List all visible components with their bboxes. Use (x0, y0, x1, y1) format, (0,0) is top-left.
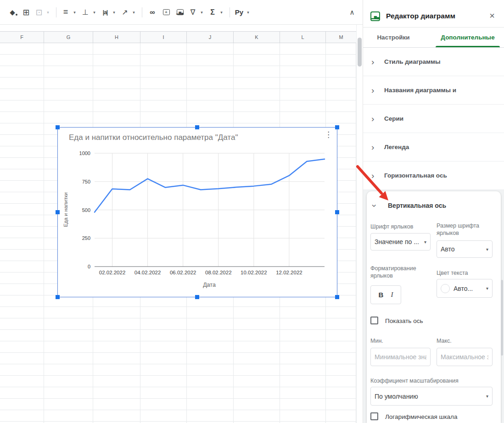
column-headers: F G H I J K L M (0, 31, 356, 43)
insert-chart-button[interactable]: ▂▆▄ (174, 6, 185, 19)
y-tick-label: 1000 (79, 150, 90, 156)
column-header-k[interactable]: K (234, 32, 280, 43)
x-tick-label: 06.02.2022 (170, 270, 196, 275)
section-vertical-axis-expanded: › Вертикальная ось Шрифт ярлыков Значени… (367, 191, 501, 423)
merge-cells-caret[interactable]: ▾ (45, 6, 51, 19)
horizontal-align-icon: ≡ (63, 7, 68, 17)
scale-factor-select[interactable]: По умолчанию ▾ (370, 387, 493, 406)
scrollbar-thumb[interactable] (358, 38, 362, 67)
caret-down-icon: ▾ (486, 286, 488, 291)
italic-button[interactable]: I (391, 291, 393, 299)
fill-color-button[interactable]: ◆ (7, 6, 18, 19)
toolbar: ◆ ⊞ ⊡ ▾ ≡ ▾ ⊥ ▾ | (0, 0, 363, 25)
vertical-align-button[interactable]: ⊥ (80, 6, 91, 19)
column-header-g[interactable]: G (44, 32, 93, 43)
text-rotation-icon: ↗ (122, 8, 128, 17)
section-series[interactable]: › Серии (363, 105, 504, 133)
section-chart-axis-titles[interactable]: › Названия диаграммы и (363, 76, 504, 105)
chart-editor-icon: ▂▆▄ (370, 11, 380, 21)
data-series-line (95, 159, 325, 212)
caret-down-icon: ▾ (73, 10, 76, 15)
label-font-size-select[interactable]: Авто ▾ (437, 240, 493, 258)
show-axis-label: Показать ось (385, 317, 423, 324)
panel-header: ▂▆▄ Редактор диаграмм × (363, 0, 504, 28)
chevron-right-icon: › (371, 114, 380, 123)
chevron-up-icon: ∧ (350, 8, 355, 17)
y-axis-title: Еда и напитки (63, 182, 68, 237)
bold-button[interactable]: B (379, 291, 384, 299)
section-chart-style[interactable]: › Стиль диаграммы (363, 48, 504, 76)
label-font-select[interactable]: Значение по ... ▾ (370, 233, 431, 250)
x-tick-label: 10.02.2022 (241, 270, 267, 275)
text-color-select[interactable]: Авто... ▾ (437, 279, 493, 298)
horizontal-align-button[interactable]: ≡ (60, 6, 71, 19)
merge-cells-button[interactable]: ⊡ (34, 6, 45, 19)
caret-down-icon: ▾ (201, 10, 203, 15)
hide-toolbar-button[interactable]: ∧ (346, 6, 358, 19)
input-tools-label: Ру (235, 8, 243, 16)
column-header-i[interactable]: I (140, 32, 187, 43)
panel-scrollbar-thumb[interactable] (501, 280, 503, 356)
caret-down-icon: ▾ (486, 394, 488, 399)
section-legend[interactable]: › Легенда (363, 133, 504, 161)
sheet-vertical-scrollbar[interactable] (356, 25, 363, 423)
merge-cells-icon: ⊡ (35, 7, 42, 17)
caret-down-icon: ▾ (113, 10, 115, 15)
close-panel-button[interactable]: × (487, 10, 498, 21)
caret-down-icon: ▾ (47, 10, 49, 15)
create-filter-caret[interactable]: ▾ (199, 6, 205, 19)
tab-customize[interactable]: Дополнительные (436, 28, 500, 47)
close-icon: × (489, 11, 495, 21)
caret-down-icon: ▾ (424, 239, 426, 245)
scale-factor-label: Коэффициент масштабирования (370, 377, 494, 384)
grid-line (44, 43, 44, 423)
tab-settings[interactable]: Настройки (371, 28, 415, 47)
panel-title: Редактор диаграмм (386, 12, 455, 20)
insert-link-button[interactable]: ∞ (147, 6, 158, 19)
text-color-label: Цвет текста (437, 269, 493, 277)
section-horizontal-axis[interactable]: › Горизонтальная ось (363, 161, 504, 190)
caret-down-icon: ▾ (247, 10, 249, 15)
toolbar-divider (142, 7, 142, 17)
chevron-right-icon: › (371, 143, 380, 151)
insert-comment-icon: + (163, 9, 170, 15)
column-header-j[interactable]: J (187, 32, 234, 43)
x-tick-label: 12.02.2022 (276, 270, 302, 275)
caret-down-icon: ▾ (93, 10, 95, 15)
column-header-l[interactable]: L (280, 32, 326, 43)
y-tick-label: 250 (82, 235, 90, 241)
column-header-h[interactable]: H (93, 32, 140, 43)
text-wrap-button[interactable]: |a| (100, 6, 111, 19)
functions-caret[interactable]: ▾ (218, 6, 224, 19)
functions-button[interactable]: Σ (207, 6, 218, 19)
accordion-sections: › Стиль диаграммы › Названия диаграммы и… (363, 48, 504, 190)
borders-button[interactable]: ⊞ (21, 6, 32, 19)
vertical-align-caret[interactable]: ▾ (91, 6, 97, 19)
label-format-label: Форматирование ярлыков (370, 265, 430, 279)
color-swatch (441, 284, 450, 293)
input-tools-button[interactable]: Ру (234, 6, 245, 19)
toolbar-divider (230, 7, 230, 17)
horizontal-align-caret[interactable]: ▾ (72, 6, 78, 19)
min-input[interactable] (370, 348, 431, 366)
x-tick-label: 02.02.2022 (99, 270, 126, 275)
text-rotation-button[interactable]: ↗ (119, 6, 130, 19)
toolbar-divider (56, 7, 56, 17)
max-input[interactable] (437, 348, 493, 366)
log-scale-checkbox[interactable] (370, 412, 378, 420)
label-font-label: Шрифт ярлыков (370, 223, 432, 230)
chevron-down-icon[interactable]: › (370, 204, 379, 207)
caret-down-icon: ▾ (486, 247, 488, 252)
column-header-f[interactable]: F (0, 32, 44, 43)
embedded-chart[interactable]: Еда и напитки относительно параметра "Да… (57, 127, 337, 297)
show-axis-checkbox[interactable] (370, 317, 378, 324)
text-wrap-caret[interactable]: ▾ (111, 6, 117, 19)
input-tools-caret[interactable]: ▾ (245, 6, 251, 19)
create-filter-button[interactable]: ∇ (187, 6, 198, 19)
text-rotation-caret[interactable]: ▾ (131, 6, 137, 19)
chevron-right-icon: › (371, 57, 380, 66)
filter-icon: ∇ (190, 8, 196, 17)
caret-down-icon: ▾ (220, 10, 223, 15)
column-header-m[interactable]: M (326, 32, 356, 43)
insert-comment-button[interactable]: + (161, 6, 172, 19)
